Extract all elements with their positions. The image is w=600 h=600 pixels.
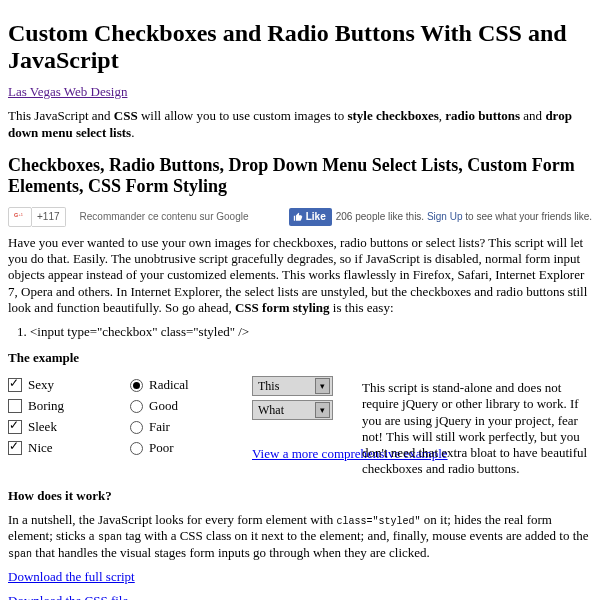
thumbs-up-icon [293,212,303,222]
download-css-link[interactable]: Download the CSS file [8,593,128,600]
checkbox-sexy[interactable] [8,378,22,392]
description-paragraph: Have you ever wanted to use your own ima… [8,235,592,316]
radio-label: Fair [149,419,170,435]
radio-label: Radical [149,377,189,393]
radio-fair[interactable] [130,421,143,434]
radio-label: Good [149,398,178,414]
code-example: <input type="checkbox" class="styled" /> [30,324,592,340]
fb-like-button[interactable]: Like [289,208,332,226]
gplus-count: +117 [32,207,66,227]
checkbox-label: Nice [28,440,53,456]
example-block: Sexy Boring Sleek Nice Radical Good Fair… [8,372,592,478]
chevron-down-icon [315,378,330,394]
example-heading: The example [8,350,592,366]
page-title: Custom Checkboxes and Radio Buttons With… [8,20,592,74]
svg-text:G: G [14,211,18,217]
fb-signup-link[interactable]: Sign Up [427,211,463,222]
how-paragraph: In a nutshell, the JavaScript looks for … [8,512,592,562]
checkbox-boring[interactable] [8,399,22,413]
download-script-link[interactable]: Download the full script [8,569,135,584]
facebook-widget: Like 206 people like this. Sign Up to se… [289,208,592,226]
gplus-recommend-text: Recommander ce contenu sur Google [80,211,249,222]
intro-paragraph: This JavaScript and CSS will allow you t… [8,108,592,141]
radio-radical[interactable] [130,379,143,392]
checkbox-sleek[interactable] [8,420,22,434]
select-this[interactable]: This [252,376,333,396]
radio-good[interactable] [130,400,143,413]
radio-label: Poor [149,440,174,456]
subheading: Checkboxes, Radio Buttons, Drop Down Men… [8,155,592,197]
how-heading: How does it work? [8,488,592,504]
google-plus-widget[interactable]: G+1 +117 [8,207,66,227]
checkbox-nice[interactable] [8,441,22,455]
chevron-down-icon [315,402,330,418]
select-what[interactable]: What [252,400,333,420]
select-column: This What View a more comprehensive exam… [252,372,332,462]
example-note: This script is stand-alone and does not … [362,372,592,478]
svg-text:+1: +1 [19,211,24,216]
fb-text: 206 people like this. Sign Up to see wha… [336,211,592,222]
radio-column: Radical Good Fair Poor [130,372,222,461]
checkbox-column: Sexy Boring Sleek Nice [8,372,100,461]
radio-poor[interactable] [130,442,143,455]
checkbox-label: Sleek [28,419,57,435]
checkbox-label: Sexy [28,377,54,393]
top-link[interactable]: Las Vegas Web Design [8,84,127,99]
checkbox-label: Boring [28,398,64,414]
gplus-icon: G+1 [13,211,27,223]
social-bar: G+1 +117 Recommander ce contenu sur Goog… [8,207,592,227]
